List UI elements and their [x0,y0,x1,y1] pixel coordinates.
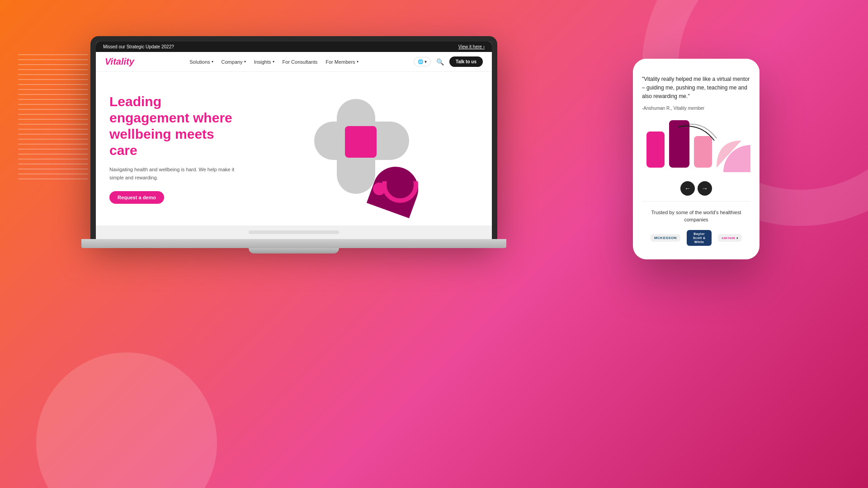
nav-insights[interactable]: Insights ▾ [254,59,274,65]
laptop-device: Missed our Strategic Update 2022? View i… [90,36,497,253]
laptop-foot [249,248,339,253]
site-hero-text: Leading engagement where wellbeing meets… [109,94,245,203]
logo-mckesson: MCKESSON [651,234,680,242]
site-nav-right: 🌐 ▾ 🔍 Talk to us [414,56,483,67]
bg-circle [36,352,217,488]
site-nav: Vitality Solutions ▾ Company ▾ Insights … [96,52,492,72]
phone-device: "Vitality really helped me like a virtua… [633,59,760,259]
bg-lines [18,54,88,179]
site-hero: Leading engagement where wellbeing meets… [96,72,492,225]
globe-chevron: ▾ [425,59,427,64]
svg-rect-2 [694,136,712,168]
banner-link[interactable]: View it here › [458,44,485,49]
search-icon[interactable]: 🔍 [436,58,444,66]
shape-pink-square [345,126,377,158]
site-logo: Vitality [105,56,134,67]
logo-carrum: carrum ♦ [718,234,742,242]
phone-trusted-heading: Trusted by some of the world's healthies… [642,209,750,224]
phone-author-text: -Anshuman R., Vitality member [642,106,750,111]
phone-trusted-section: Trusted by some of the world's healthies… [633,202,760,250]
talk-button[interactable]: Talk to us [449,56,483,67]
banner-text: Missed our Strategic Update 2022? [103,44,174,49]
nav-company[interactable]: Company ▾ [222,59,246,65]
nav-solutions[interactable]: Solutions ▾ [189,59,213,65]
svg-rect-1 [669,120,689,168]
site-banner: Missed our Strategic Update 2022? View i… [96,42,492,52]
phone-logos: MCKESSON Baylor Scott & White carrum ♦ [642,230,750,246]
site-hero-graphic [245,90,478,207]
laptop-base [81,239,506,248]
phone-testimonial: "Vitality really helped me like a virtua… [633,64,760,118]
phone-status-bar [633,59,760,64]
site-nav-links: Solutions ▾ Company ▾ Insights ▾ For Con… [189,59,358,65]
prev-arrow-button[interactable]: ← [680,181,695,196]
site-footer-bar-inner [249,230,339,234]
phone-quote-text: "Vitality really helped me like a virtua… [642,75,750,101]
demo-button[interactable]: Request a demo [109,191,164,204]
logo-baylor: Baylor Scott & White [687,230,712,246]
site-hero-subtitle: Navigating health and wellbeing is hard.… [109,166,245,182]
shape-small-pink-circle [373,183,386,195]
next-arrow-button[interactable]: → [698,181,712,196]
globe-button[interactable]: 🌐 ▾ [414,57,431,66]
globe-icon: 🌐 [418,59,423,64]
laptop-screen-outer: Missed our Strategic Update 2022? View i… [90,36,497,239]
hero-shapes [310,94,414,203]
svg-rect-0 [646,131,665,168]
site-footer-bar [96,225,492,239]
phone-chart-svg [642,118,750,177]
nav-consultants[interactable]: For Consultants [283,59,318,65]
phone-nav-arrows: ← → [633,181,760,201]
site-hero-title: Leading engagement where wellbeing meets… [109,94,245,159]
nav-members[interactable]: For Members ▾ [326,59,358,65]
laptop-screen: Missed our Strategic Update 2022? View i… [96,42,492,239]
phone-graphic [633,118,760,181]
